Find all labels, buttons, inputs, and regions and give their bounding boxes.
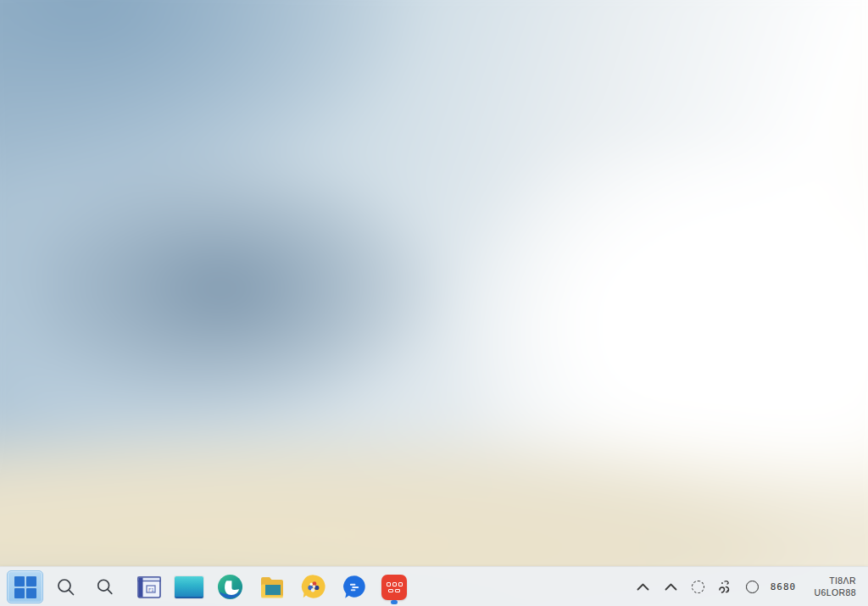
hidden-icons-chevron-1[interactable] <box>631 572 654 601</box>
app-window-icon: F1 <box>136 575 162 599</box>
tray-icon-button-2[interactable] <box>714 572 734 601</box>
chevron-up-icon <box>637 583 649 591</box>
search-icon <box>56 577 76 598</box>
blue-chat-bubble-icon <box>342 574 367 600</box>
app-window-button[interactable]: F1 <box>131 570 167 603</box>
red-app-button[interactable] <box>376 570 412 603</box>
start-button[interactable] <box>7 570 43 603</box>
search-button-2[interactable] <box>87 570 123 603</box>
browser-swirl-icon <box>217 574 243 600</box>
yellow-bubble-app-icon <box>300 573 327 601</box>
tray-status-button[interactable]: 8680 <box>765 572 801 601</box>
search-icon <box>96 577 114 597</box>
teal-app-button[interactable] <box>171 570 207 603</box>
red-app-icon <box>381 575 407 600</box>
circle-tray-icon <box>746 581 759 593</box>
folder-icon <box>259 575 286 598</box>
tray-icon-button-1[interactable] <box>687 572 708 601</box>
tray-icon-button-3[interactable] <box>741 572 763 601</box>
tray-status-text: 8680 <box>771 581 797 592</box>
chevron-up-icon <box>665 583 677 591</box>
desktop: F1 <box>0 0 868 606</box>
windows-logo-icon <box>14 576 36 598</box>
desktop-wallpaper <box>0 0 868 606</box>
browser-button[interactable] <box>212 570 248 603</box>
clock-line-2: U6LOR88 <box>805 587 856 598</box>
chat-app-button[interactable] <box>337 570 372 603</box>
svg-text:F1: F1 <box>148 587 154 592</box>
taskbar: F1 <box>0 566 868 606</box>
hidden-icons-chevron-2[interactable] <box>659 572 682 601</box>
taskbar-clock[interactable]: TI8ΛR U6LOR88 <box>804 574 858 599</box>
ime-glyph-tray-icon <box>717 580 732 594</box>
search-button-1[interactable] <box>48 570 84 603</box>
clock-line-1: TI8ΛR <box>805 575 856 587</box>
yellow-app-button[interactable] <box>296 570 331 603</box>
teal-window-icon <box>175 576 203 598</box>
dotted-circle-tray-icon <box>692 581 704 593</box>
running-indicator-dot <box>391 600 398 604</box>
file-explorer-button[interactable] <box>254 570 290 603</box>
wallpaper-dark-cloud-region <box>27 147 464 431</box>
